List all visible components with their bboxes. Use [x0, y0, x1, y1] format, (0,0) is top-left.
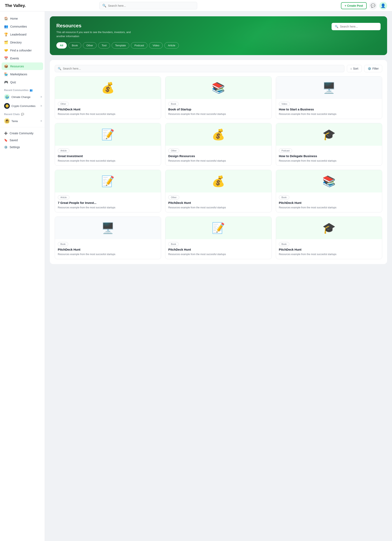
card-image-4: 📝 — [55, 123, 161, 146]
card-tag-4: Article — [58, 149, 69, 153]
crypto-close[interactable]: ✕ — [40, 104, 42, 107]
climate-name: Climate Change — [11, 95, 39, 99]
chat-item-tania[interactable]: 👩 Tania ✕ — [0, 117, 45, 125]
card-title-12: PitchDeck Hunt — [279, 248, 379, 251]
sidebar-item-home[interactable]: 🏠 Home — [2, 15, 43, 22]
find-cofounder-icon: 🤝 — [4, 48, 8, 52]
sidebar-item-quiz[interactable]: 🎮 Quiz — [2, 78, 43, 86]
resources-search-icon: 🔍 — [58, 67, 61, 70]
card-image-9: 📚 — [276, 170, 382, 192]
card-title-5: Design Resources — [168, 154, 268, 158]
climate-avatar: 🌍 — [4, 94, 10, 100]
resource-card-3[interactable]: 🖥️ Video How to Start a Business Resourc… — [276, 76, 382, 119]
create-post-button[interactable]: + Create Post — [341, 2, 367, 9]
filter-tab-tool[interactable]: Tool — [98, 42, 110, 49]
resource-card-1[interactable]: 💰 Other PitchDeck Hunt Resources example… — [55, 76, 161, 119]
filter-tab-template[interactable]: Template — [112, 42, 130, 49]
sidebar-item-leaderboard[interactable]: 🏆 Leaderboard — [2, 31, 43, 38]
communities-icon: 👥 — [4, 25, 8, 28]
card-title-2: Book of Startup — [168, 108, 268, 111]
card-image-1: 💰 — [55, 77, 161, 99]
resource-card-12[interactable]: 🎓 Book PitchDeck Hunt Resources example … — [276, 217, 382, 259]
filter-tab-all[interactable]: All — [56, 42, 67, 49]
directory-icon: 🗂️ — [4, 40, 8, 44]
hero-banner: Resources This all resource if you want … — [50, 16, 387, 55]
resources-search-input[interactable] — [63, 67, 341, 70]
card-tag-11: Book — [168, 242, 179, 246]
card-image-11: 📝 — [165, 217, 271, 239]
card-desc-8: Resources example from the most succesfu… — [168, 206, 268, 209]
filter-tab-book[interactable]: Book — [68, 42, 81, 49]
card-image-8: 💰 — [165, 170, 271, 192]
resource-card-4[interactable]: 📝 Article Great Investment Resources exa… — [55, 123, 161, 166]
leaderboard-icon: 🏆 — [4, 32, 8, 36]
sidebar-item-label: Communities — [10, 25, 27, 28]
main-content: Resources This all resource if you want … — [45, 11, 392, 269]
card-emoji-1: 💰 — [101, 82, 115, 94]
tania-name: Tania — [11, 120, 39, 123]
card-tag-5: Other — [168, 149, 179, 153]
resource-card-6[interactable]: 🎓 Podcast How to Delegate Business Resou… — [276, 123, 382, 166]
footer-item-settings[interactable]: ⚙️ Settings — [2, 144, 43, 151]
topnav-search-input[interactable] — [108, 4, 194, 7]
filter-tab-podcast[interactable]: Podcast — [131, 42, 147, 49]
card-title-6: How to Delegate Business — [279, 154, 379, 158]
card-desc-7: Resources example from the most succesfu… — [58, 206, 158, 209]
resources-section: 🔍 ↕️ Sort ⚙️ Filter 💰 Other PitchDeck Hu… — [50, 60, 387, 264]
resource-card-2[interactable]: 📚 Book Book of Startup Resources example… — [165, 76, 272, 119]
card-desc-1: Resources example from the most succesfu… — [58, 112, 158, 116]
resources-icon: 📦 — [4, 64, 8, 68]
filter-tab-video[interactable]: Video — [149, 42, 163, 49]
user-avatar[interactable]: 👤 — [379, 2, 387, 10]
hero-search-icon: 🔍 — [335, 25, 338, 28]
sidebar-footer: ➕ Create Community🔖 Saved⚙️ Settings — [0, 127, 45, 151]
community-item-climate[interactable]: 🌍 Climate Change ✕ — [0, 93, 45, 101]
card-title-10: PitchDeck Hunt — [58, 248, 158, 251]
sidebar-item-label: Resources — [10, 65, 24, 68]
filter-button[interactable]: ⚙️ Filter — [364, 65, 382, 72]
footer-item-create-community[interactable]: ➕ Create Community — [2, 130, 43, 137]
card-tag-3: Video — [279, 102, 290, 106]
card-title-7: 7 Great People for Invest... — [58, 201, 158, 204]
resource-card-5[interactable]: 💰 Other Design Resources Resources examp… — [165, 123, 272, 166]
crypto-name: Crypto Communities — [11, 104, 39, 108]
filter-tab-article[interactable]: Article — [164, 42, 179, 49]
chat-button[interactable]: 💬 — [369, 2, 377, 10]
card-image-10: 🖥️ — [55, 217, 161, 239]
sidebar-item-find-cofounder[interactable]: 🤝 Find a cofounder — [2, 47, 43, 54]
card-title-11: PitchDeck Hunt — [168, 248, 268, 251]
sidebar-item-label: Find a cofounder — [10, 49, 32, 52]
sort-button[interactable]: ↕️ Sort — [347, 65, 362, 72]
topnav-actions: + Create Post 💬 👤 — [341, 2, 387, 10]
climate-close[interactable]: ✕ — [40, 95, 42, 98]
sort-icon: ↕️ — [350, 67, 352, 70]
resource-card-9[interactable]: 📚 Book PitchDeck Hunt Resources example … — [276, 170, 382, 213]
sidebar-item-directory[interactable]: 🗂️ Directory — [2, 39, 43, 46]
resource-card-7[interactable]: 📝 Article 7 Great People for Invest... R… — [55, 170, 161, 213]
filter-icon: ⚙️ — [368, 67, 371, 70]
resource-card-10[interactable]: 🖥️ Book PitchDeck Hunt Resources example… — [55, 217, 161, 259]
sidebar-item-label: Leaderboard — [10, 33, 26, 36]
card-emoji-6: 🎓 — [322, 128, 336, 141]
resources-toolbar: 🔍 ↕️ Sort ⚙️ Filter — [55, 65, 382, 72]
card-body-6: Podcast How to Delegate Business Resourc… — [276, 146, 382, 166]
footer-item-label: Create Community — [10, 132, 33, 135]
sidebar-item-label: Home — [10, 17, 18, 20]
tania-chat-close[interactable]: ✕ — [40, 120, 42, 122]
resource-card-11[interactable]: 📝 Book PitchDeck Hunt Resources example … — [165, 217, 272, 259]
hero-search-input[interactable] — [340, 25, 377, 28]
card-desc-3: Resources example from the most succesfu… — [279, 112, 379, 116]
sidebar-item-communities[interactable]: 👥 Communities — [2, 23, 43, 30]
card-title-1: PitchDeck Hunt — [58, 108, 158, 111]
sidebar-item-resources[interactable]: 📦 Resources — [2, 62, 43, 70]
sidebar-item-events[interactable]: 📅 Events — [2, 54, 43, 62]
footer-item-saved[interactable]: 🔖 Saved — [2, 137, 43, 144]
sidebar-item-marketplaces[interactable]: 🏪 Marketplaces — [2, 70, 43, 78]
filter-tab-other[interactable]: Other — [83, 42, 97, 49]
community-item-crypto[interactable]: 🪙 Crypto Communities ✕ — [0, 101, 45, 110]
card-desc-12: Resources example from the most succesfu… — [279, 252, 379, 256]
app-logo: The Valley. — [5, 3, 26, 8]
card-emoji-10: 🖥️ — [101, 222, 115, 234]
resource-card-8[interactable]: 💰 Other PitchDeck Hunt Resources example… — [165, 170, 272, 213]
card-tag-6: Podcast — [279, 149, 292, 153]
